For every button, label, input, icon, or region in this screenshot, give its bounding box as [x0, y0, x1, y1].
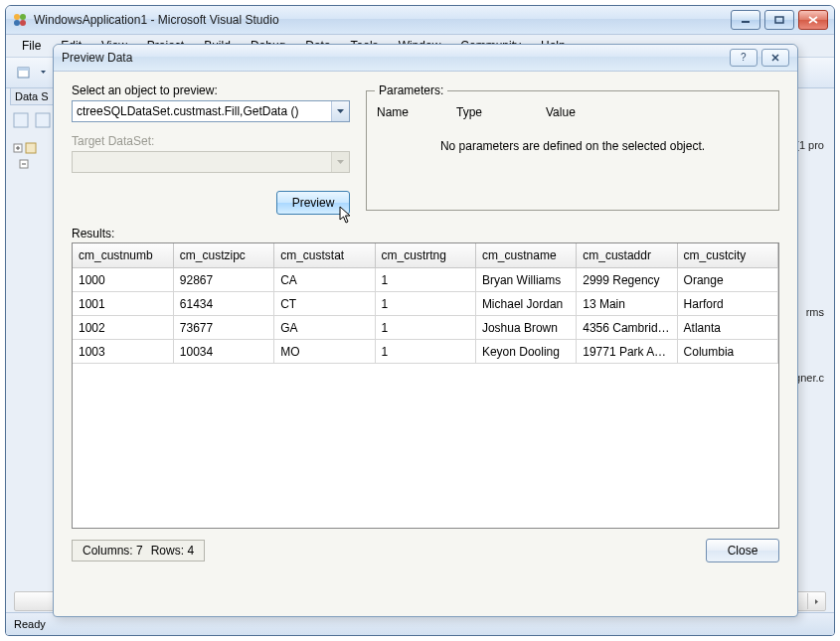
target-dataset-label: Target DataSet:: [72, 134, 350, 148]
svg-rect-4: [742, 21, 750, 23]
param-col-type: Type: [456, 105, 546, 119]
close-icon: [770, 53, 780, 63]
table-cell: Joshua Brown: [475, 316, 576, 340]
column-header[interactable]: cm_custrtng: [375, 243, 475, 268]
app-icon: [12, 12, 28, 28]
table-cell: 1: [375, 268, 475, 292]
vs-titlebar[interactable]: WindowsApplication1 - Microsoft Visual S…: [6, 6, 834, 35]
results-grid[interactable]: cm_custnumbcm_custzipccm_custstatcm_cust…: [72, 242, 779, 529]
dialog-close-button[interactable]: [761, 49, 789, 67]
summary-rows: Rows: 4: [151, 544, 194, 558]
select-object-input[interactable]: [73, 101, 331, 121]
table-cell: 1: [375, 316, 475, 340]
parameters-legend: Parameters:: [375, 83, 447, 97]
maximize-icon: [774, 16, 784, 24]
target-dataset-dropdown: [331, 152, 349, 172]
minimize-button[interactable]: [731, 10, 760, 30]
close-button[interactable]: [798, 10, 828, 30]
svg-rect-7: [18, 68, 29, 71]
dropdown-arrow-icon[interactable]: [40, 65, 47, 80]
select-object-combo[interactable]: [72, 100, 350, 122]
table-cell: 4356 Cambridge: [577, 316, 677, 340]
table-cell: 61434: [173, 292, 273, 316]
table-row[interactable]: 100310034MO1Keyon Dooling19771 Park Ave.…: [73, 340, 778, 364]
table-cell: CA: [274, 268, 375, 292]
table-cell: Harford: [677, 292, 777, 316]
target-dataset-combo: [72, 151, 350, 173]
table-cell: 73677: [173, 316, 273, 340]
table-cell: 1000: [73, 268, 173, 292]
preview-button[interactable]: Preview: [276, 191, 350, 215]
select-object-dropdown[interactable]: [331, 101, 349, 121]
preview-data-dialog: Preview Data ? Select an object to previ…: [53, 44, 798, 617]
close-icon: [808, 16, 818, 24]
column-header[interactable]: cm_custstat: [274, 243, 375, 268]
table-cell: Orange: [677, 268, 777, 292]
table-row[interactable]: 100161434CT1Michael Jordan13 MainHarford: [73, 292, 778, 316]
table-cell: 2999 Regency: [577, 268, 677, 292]
table-cell: Keyon Dooling: [475, 340, 576, 364]
results-summary: Columns: 7 Rows: 4: [72, 540, 205, 561]
table-cell: MO: [274, 340, 375, 364]
table-row[interactable]: 100092867CA1Bryan Williams2999 RegencyOr…: [73, 268, 778, 292]
table-cell: 1: [375, 292, 475, 316]
help-icon: ?: [739, 53, 749, 63]
table-cell: 13 Main: [577, 292, 677, 316]
column-header[interactable]: cm_custzipc: [173, 243, 273, 268]
table-row[interactable]: 100273677GA1Joshua Brown4356 CambridgeAt…: [73, 316, 778, 340]
dialog-help-button[interactable]: ?: [730, 49, 757, 67]
parameters-header: Name Type Value: [375, 103, 770, 121]
svg-rect-5: [775, 17, 783, 23]
summary-columns: Columns: 7: [83, 544, 143, 558]
column-header[interactable]: cm_custaddr: [577, 243, 677, 268]
app-title: WindowsApplication1 - Microsoft Visual S…: [34, 13, 731, 27]
svg-point-3: [20, 20, 26, 26]
table-cell: 1003: [73, 340, 173, 364]
results-table: cm_custnumbcm_custzipccm_custstatcm_cust…: [73, 243, 778, 364]
table-cell: 1: [375, 340, 475, 364]
select-object-label: Select an object to preview:: [72, 83, 350, 97]
chevron-down-icon: [336, 108, 345, 114]
svg-point-0: [14, 14, 20, 20]
minimize-icon: [741, 16, 751, 24]
table-cell: 92867: [173, 268, 273, 292]
column-header[interactable]: cm_custname: [475, 243, 576, 268]
column-header[interactable]: cm_custnumb: [73, 243, 173, 268]
table-cell: Bryan Williams: [475, 268, 576, 292]
param-col-value: Value: [546, 105, 768, 119]
table-cell: GA: [274, 316, 375, 340]
parameters-empty-text: No parameters are defined on the selecte…: [375, 121, 770, 153]
column-header[interactable]: cm_custcity: [677, 243, 777, 268]
table-cell: Michael Jordan: [475, 292, 576, 316]
svg-rect-11: [26, 143, 36, 153]
bg-fragment-2: rms: [806, 306, 824, 318]
table-cell: Atlanta: [677, 316, 777, 340]
svg-point-2: [14, 20, 20, 26]
maximize-button[interactable]: [764, 10, 794, 30]
svg-rect-8: [14, 113, 28, 127]
svg-rect-9: [36, 113, 50, 127]
dialog-titlebar[interactable]: Preview Data ?: [54, 45, 797, 72]
table-cell: 1001: [73, 292, 173, 316]
table-cell: 10034: [173, 340, 273, 364]
table-cell: CT: [274, 292, 375, 316]
close-button[interactable]: Close: [706, 539, 779, 562]
toolbar-new-project-button[interactable]: [12, 61, 36, 84]
param-col-name: Name: [377, 105, 456, 119]
status-text: Ready: [14, 618, 46, 630]
parameters-fieldset: Parameters: Name Type Value No parameter…: [366, 83, 779, 211]
table-cell: 1002: [73, 316, 173, 340]
new-project-icon: [16, 65, 32, 80]
scrollbar-right-arrow[interactable]: [807, 593, 824, 609]
dialog-title: Preview Data: [62, 51, 730, 65]
chevron-down-icon: [336, 159, 345, 165]
menu-file[interactable]: File: [14, 37, 49, 55]
results-label: Results:: [72, 227, 779, 240]
chevron-right-icon: [813, 598, 820, 605]
svg-point-1: [20, 14, 26, 20]
table-cell: Columbia: [677, 340, 777, 364]
table-cell: 19771 Park Ave...: [577, 340, 677, 364]
target-dataset-input: [73, 152, 331, 172]
svg-text:?: ?: [741, 53, 747, 63]
